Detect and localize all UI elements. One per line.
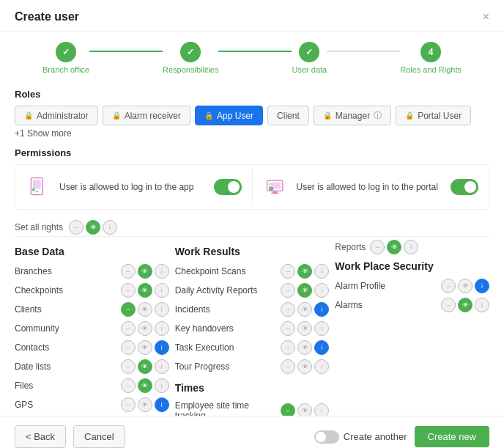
ctrl-none-all[interactable]: – bbox=[69, 220, 84, 235]
connector-1 bbox=[89, 51, 163, 52]
datelists-none[interactable]: – bbox=[121, 359, 136, 374]
app-permission-toggle[interactable] bbox=[214, 179, 242, 195]
app-permission: User is allowed to log in to the app bbox=[15, 165, 252, 209]
role-manager[interactable]: 🔒 Manager ⓘ bbox=[314, 106, 391, 125]
alarmpro-edit[interactable]: i bbox=[475, 279, 489, 293]
stepper: ✓ Branch office ✓ Responsibilities ✓ Use… bbox=[0, 32, 504, 80]
contacts-none[interactable]: – bbox=[121, 340, 136, 355]
datelists-view[interactable]: 👁 bbox=[138, 359, 152, 374]
row-gps: GPS – 👁 i bbox=[15, 395, 169, 414]
empsite-edit[interactable]: i bbox=[314, 403, 329, 416]
clients-edit[interactable]: i bbox=[155, 302, 169, 317]
files-none[interactable]: – bbox=[121, 378, 136, 393]
rights-grid: Base Data Branches – 👁 i Checkpoints – 👁… bbox=[15, 240, 489, 416]
show-more[interactable]: +1 Show more bbox=[15, 128, 489, 139]
role-app-user[interactable]: 🔒 App User bbox=[195, 106, 263, 125]
alarms-edit[interactable]: i bbox=[475, 298, 489, 312]
ctrl-view-all[interactable]: 👁 bbox=[86, 220, 100, 235]
tourprog-none[interactable]: – bbox=[281, 359, 295, 374]
files-view[interactable]: 👁 bbox=[138, 378, 152, 393]
portal-permission-toggle[interactable] bbox=[451, 179, 478, 195]
gps-none[interactable]: – bbox=[121, 397, 136, 412]
branches-view[interactable]: 👁 bbox=[138, 264, 152, 279]
keyhandover-edit[interactable]: i bbox=[314, 321, 329, 336]
cpscans-view[interactable]: 👁 bbox=[297, 264, 312, 279]
modal-content: Roles 🔒 Administrator 🔒 Alarm receiver 🔒… bbox=[0, 80, 504, 416]
reports-header: Reports – 👁 i bbox=[335, 240, 489, 254]
info-icon: ⓘ bbox=[374, 110, 382, 121]
row-community: Community – 👁 i bbox=[15, 319, 169, 338]
tourprog-edit[interactable]: i bbox=[314, 359, 329, 374]
gps-edit[interactable]: i bbox=[155, 397, 169, 412]
dailyrep-none[interactable]: – bbox=[281, 283, 295, 298]
app-permission-text: User is allowed to log in to the app bbox=[59, 182, 207, 192]
empsite-view[interactable]: 👁 bbox=[297, 403, 312, 416]
taskexec-none[interactable]: – bbox=[281, 340, 295, 355]
step-circle-1: ✓ bbox=[56, 42, 76, 62]
role-administrator[interactable]: 🔒 Administrator bbox=[15, 106, 98, 125]
row-key-handovers: Key handovers – 👁 i bbox=[175, 319, 330, 338]
step-circle-3: ✓ bbox=[299, 42, 319, 62]
cpscans-edit[interactable]: i bbox=[314, 264, 329, 279]
clients-none[interactable]: – bbox=[121, 302, 136, 317]
incidents-view[interactable]: 👁 bbox=[297, 302, 312, 317]
checkpoints-view[interactable]: 👁 bbox=[138, 283, 152, 298]
taskexec-edit[interactable]: i bbox=[314, 340, 329, 355]
branches-edit[interactable]: i bbox=[155, 264, 169, 279]
contacts-view[interactable]: 👁 bbox=[138, 340, 152, 355]
lock-icon-2: 🔒 bbox=[112, 111, 121, 120]
cpscans-none[interactable]: – bbox=[281, 264, 295, 279]
incidents-none[interactable]: – bbox=[281, 302, 295, 317]
gps-view[interactable]: 👁 bbox=[138, 397, 152, 412]
portal-permission-text: User is allowed to log in to the portal bbox=[297, 182, 444, 192]
role-alarm-receiver[interactable]: 🔒 Alarm receiver bbox=[103, 106, 190, 125]
incidents-edit[interactable]: i bbox=[314, 302, 329, 317]
reports-none[interactable]: – bbox=[370, 240, 385, 254]
row-checkpoints: Checkpoints – 👁 i bbox=[15, 281, 169, 300]
back-button[interactable]: < Back bbox=[15, 425, 66, 448]
lock-icon-3: 🔒 bbox=[204, 111, 213, 120]
datelists-edit[interactable]: i bbox=[155, 359, 169, 374]
taskexec-view[interactable]: 👁 bbox=[297, 340, 312, 355]
close-button[interactable]: × bbox=[483, 11, 489, 23]
tourprog-view[interactable]: 👁 bbox=[297, 359, 312, 374]
step-responsibilities: ✓ Responsibilities bbox=[163, 42, 218, 74]
contacts-edit[interactable]: i bbox=[155, 340, 169, 355]
alarmpro-none[interactable]: – bbox=[441, 279, 456, 293]
alarms-view[interactable]: 👁 bbox=[458, 298, 472, 312]
step-label-2: Responsibilities bbox=[163, 65, 218, 74]
roles-title: Roles bbox=[15, 89, 489, 100]
dailyrep-view[interactable]: 👁 bbox=[297, 283, 312, 298]
create-new-button[interactable]: Create new bbox=[415, 426, 489, 447]
set-all-rights-label: Set all rights bbox=[15, 222, 63, 232]
checkpoints-none[interactable]: – bbox=[121, 283, 136, 298]
svg-point-2 bbox=[36, 191, 38, 193]
community-edit[interactable]: i bbox=[155, 321, 169, 336]
ctrl-edit-all[interactable]: i bbox=[103, 220, 117, 235]
files-edit[interactable]: i bbox=[155, 378, 169, 393]
create-another-toggle[interactable] bbox=[314, 430, 339, 444]
checkpoints-edit[interactable]: i bbox=[155, 283, 169, 298]
cancel-button[interactable]: Cancel bbox=[73, 425, 125, 448]
alarms-none[interactable]: – bbox=[441, 298, 456, 312]
reports-edit[interactable]: i bbox=[404, 240, 418, 254]
step-user-data: ✓ User data bbox=[292, 42, 327, 74]
lock-icon-1: 🔒 bbox=[24, 111, 33, 120]
role-client[interactable]: Client bbox=[267, 106, 309, 125]
role-portal-user[interactable]: 🔒 Portal User bbox=[396, 106, 471, 125]
empsite-none[interactable]: – bbox=[281, 403, 295, 416]
alarmpro-view[interactable]: 👁 bbox=[458, 279, 472, 293]
reports-view[interactable]: 👁 bbox=[387, 240, 401, 254]
dailyrep-edit[interactable]: i bbox=[314, 283, 329, 298]
community-view[interactable]: 👁 bbox=[138, 321, 152, 336]
row-tour-progress: Tour Progress – 👁 i bbox=[175, 357, 330, 376]
modal-footer: < Back Cancel Create another Create new bbox=[0, 416, 504, 448]
branches-none[interactable]: – bbox=[121, 264, 136, 279]
set-all-controls: – 👁 i bbox=[69, 220, 117, 235]
clients-view[interactable]: 👁 bbox=[138, 302, 152, 317]
keyhandover-view[interactable]: 👁 bbox=[297, 321, 312, 336]
keyhandover-none[interactable]: – bbox=[281, 321, 295, 336]
connector-2 bbox=[218, 51, 292, 52]
community-none[interactable]: – bbox=[121, 321, 136, 336]
modal-title: Create user bbox=[15, 10, 79, 23]
